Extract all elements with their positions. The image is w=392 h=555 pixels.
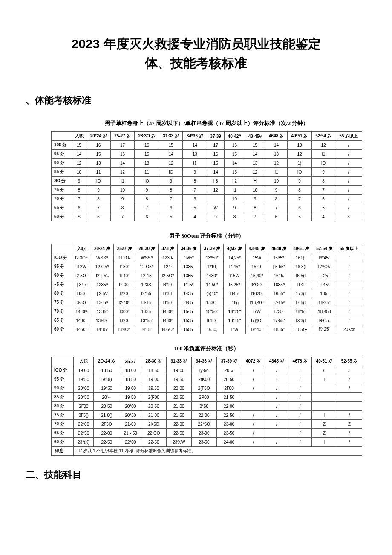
table-header-cell: 37-39 岁 [216,357,242,366]
row-label: 60 分 [52,212,72,221]
table-row: 65 分22*5022-0021 • 5022·OO22-5023-0023-5… [52,429,362,438]
table-cell: S [72,212,86,221]
table-cell: 2(K00 [191,375,216,384]
table-cell: I [312,438,337,447]
table-cell: 22*50 [74,429,94,438]
table-cell: IX'3(Γ [290,316,313,325]
table-cell: 6 [311,195,335,203]
table-cell: 23-00 [191,429,216,438]
table-cell [242,393,265,402]
note-cell: 37 岁以 1:不组织本校 11 考核, 评分标准时作为训练参考标准。 [74,447,362,456]
table-cell: 6 [72,203,86,212]
table-header-cell: 34-36 岁 [177,244,200,253]
table-cell: I3'3(Γ [159,289,177,298]
table-cell: / [335,150,362,159]
table-cell: I4'15" [135,325,158,334]
table-cell: I1 [183,159,207,168]
row-label: 70 分 [52,307,72,316]
table-header-cell: 49-51 岁 [312,357,337,366]
section-1-header: 、体能考核标准 [26,94,366,107]
table-cell: I130" [114,262,135,271]
table-header-cell [52,244,72,253]
table-row: 95 分I12W12·O5ᴺI130"12·O5ᴺ124r1335-1*10,I… [52,262,362,271]
table-cell: I2·5O- [72,271,91,280]
table-cell: 7 [135,203,159,212]
table-cell: 20*50 [120,411,141,420]
row-label: SO 分 [52,177,72,186]
table-cell: 10 [72,168,86,177]
table-cell: 10 [225,195,245,203]
table-cell: /I [312,366,337,375]
table-cell: 1835" [268,325,290,334]
table-cell: 22*00 [74,420,94,429]
table-cell: / [265,384,288,393]
table-3: 入职2O-24 岁25-2728-30 岁31-33 岁34-36 岁37-39… [51,357,362,456]
table-cell: 12 [159,159,183,168]
table-cell: I7⊡O- [245,316,268,325]
table-header-cell: 55 岁以上 [336,244,362,253]
row-label: 100 分 [52,141,72,150]
table-cell: 13 [288,141,312,150]
table-cell: 17 [207,141,225,150]
table-cell [265,429,288,438]
table-cell: IO [86,177,111,186]
table-header-cell: 入职 [72,132,86,141]
table-cell: 7 [288,195,312,203]
table-cell: 13·I5ᴺ [91,298,114,307]
table-cell: 15·I5- [177,307,200,316]
table-cell: 5 [183,203,207,212]
table-cell: / [335,186,362,195]
table-cell: 12 [311,141,335,150]
table-cell: | 3 [207,177,225,186]
table-cell: I7W [245,307,268,316]
table-cell: 14 [159,150,183,159]
table-cell: 19*00 [166,366,191,375]
table-cell: 7 [311,186,335,195]
table-row: 90 分20*0019*5019-0019.5020-002(Γ5O2Γ00//… [52,384,362,393]
table-cell: 2(F00 [141,393,166,402]
table-cell: 23%W [166,438,191,447]
table-header-cell [52,357,74,366]
table-cell: 15 [86,150,111,159]
table-cell: / [337,384,362,393]
table-cell: / [242,375,265,384]
table-cell: 13 [225,168,245,177]
table-cell: 10 [110,186,134,195]
table-cell: 13 [265,150,287,159]
table-cell: I2' | 5'ₙ [91,271,114,280]
table-cell: / [335,159,362,168]
table-cell: 1430- [72,316,91,325]
row-label: IOO 分 [52,253,72,262]
table-row: 95 分19*50I9*0()18-5019-0019-502(K0020-50… [52,375,362,384]
table-row: «5 分| 3·ᴵ(r1235ᴺI2·00-123S-I3'10-I4'I5*1… [52,280,362,289]
table-cell: I15W [224,271,245,280]
table-cell: 23-50 [191,438,216,447]
table-row: 75 分I3·5O-13·I5ᴺI2·40ᴺI3·15-I3'50-I4·55-… [52,298,362,307]
table-cell [337,402,362,411]
table-cell: 14 [245,150,265,159]
table-header-cell: 43·45 岁 [245,244,268,253]
table-cell: / [336,316,362,325]
table-cell: I6*45ᴮ [313,253,336,262]
table-cell: 11 [135,168,159,177]
table-row: 100 分151617161514171615141312/ [52,141,362,150]
table-cell: /I [337,366,362,375]
table-cell: 8 [135,195,159,203]
table-cell: 20-00 [166,384,191,393]
table-cell: I4·5Oʳ [159,325,177,334]
table-cell: 6 [265,212,287,221]
table-cell: / [288,402,312,411]
table-cell: 20-50 [216,375,242,384]
table-cell: I4·55- [177,298,200,307]
table-cell: / [265,402,288,411]
table-cell: 20*00 [120,402,141,411]
row-label: 60 分 [52,438,74,447]
table-cell: 21-00 [120,420,141,429]
table-2-caption: 男子 30Oom 评分标准（分钟） [51,232,362,240]
table-cell: / [335,203,362,212]
table-cell: / [265,411,288,420]
table-cell: 16 [207,150,225,159]
table-cell: 19-00 [74,366,94,375]
table-cell: 7 [245,212,265,221]
table-2: 入职20·24 岁2527 岁28-30 岁373 岁34-36 岁37-39 … [51,244,362,334]
